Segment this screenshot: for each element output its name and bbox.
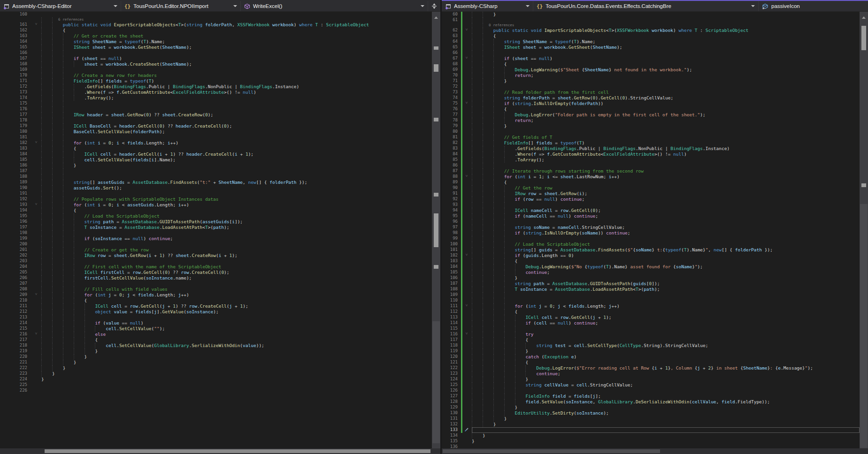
fold-toggle-icon[interactable]: ˅ bbox=[463, 101, 470, 106]
glyph-margin bbox=[463, 140, 470, 146]
code-text: string path = AssetDatabase.GUIDToAssetP… bbox=[472, 281, 860, 286]
fold-toggle-icon[interactable]: ˅ bbox=[33, 22, 39, 28]
line-number: 65 bbox=[442, 45, 461, 50]
fold-toggle-icon[interactable]: ˅ bbox=[463, 174, 470, 180]
code-content: } bbox=[472, 123, 860, 129]
glyph-margin bbox=[463, 377, 470, 382]
code-content: .ToArray(); bbox=[41, 95, 432, 101]
indent-guide bbox=[41, 135, 42, 140]
indent-guide bbox=[504, 225, 505, 230]
change-track-bar bbox=[461, 410, 463, 416]
fold-toggle-icon[interactable]: ˅ bbox=[33, 292, 39, 298]
scrollbar-thumb[interactable] bbox=[45, 449, 430, 453]
code-line: 184ICell cell = header.GetCell(i + 1) ??… bbox=[0, 151, 432, 157]
indent-guide bbox=[52, 56, 53, 61]
line-number: 188 bbox=[0, 174, 30, 180]
code-editor-left[interactable]: 1606 references161˅public static void Ex… bbox=[0, 12, 440, 454]
line-number: 189 bbox=[0, 180, 30, 185]
code-line: 170// Create a new row for headers bbox=[0, 73, 432, 78]
type-dropdown[interactable]: {} TousPourUn.Editor.NPOIImport bbox=[121, 1, 241, 11]
indent-guide bbox=[74, 247, 74, 253]
code-line: 99 bbox=[442, 236, 860, 242]
code-editor-right[interactable]: 60}610 references62˅public static void I… bbox=[442, 12, 868, 454]
scrollbar-thumb[interactable] bbox=[860, 204, 868, 448]
code-content: assetGuids.Sort(); bbox=[41, 185, 432, 191]
indent-guide bbox=[483, 410, 483, 416]
indent-guide bbox=[41, 348, 42, 354]
code-line: 93 bbox=[442, 202, 860, 208]
fold-toggle-icon[interactable]: ˅ bbox=[463, 28, 470, 33]
indent-guide bbox=[493, 236, 494, 242]
indent-guide bbox=[63, 213, 63, 219]
glyph-margin bbox=[463, 343, 470, 348]
member-dropdown[interactable]: ★ passiveIcon bbox=[759, 1, 868, 11]
code-line: 225 bbox=[0, 382, 432, 388]
quick-action-glyph-margin[interactable] bbox=[463, 427, 470, 433]
project-window-icon bbox=[445, 3, 451, 9]
code-content: FieldInfo[] fields = typeof(T) bbox=[41, 78, 432, 84]
scroll-up-arrow-icon[interactable] bbox=[862, 15, 866, 19]
indent-guide bbox=[41, 360, 42, 365]
glyph-margin bbox=[463, 146, 470, 151]
line-number: 85 bbox=[442, 157, 461, 163]
change-track-bar bbox=[461, 287, 463, 292]
type-dropdown[interactable]: {} TousPourUn.Core.Datas.Events.Effects.… bbox=[533, 1, 759, 11]
indent-guide bbox=[483, 123, 483, 129]
fold-toggle-icon[interactable]: ˅ bbox=[463, 303, 470, 309]
horizontal-scrollbar-left[interactable] bbox=[0, 448, 432, 454]
fold-toggle-icon[interactable]: ˅ bbox=[463, 332, 470, 337]
indent-guide bbox=[63, 360, 63, 365]
fold-toggle-icon[interactable]: ˅ bbox=[33, 140, 39, 146]
change-track-bar bbox=[30, 292, 33, 298]
indent-guide bbox=[515, 354, 515, 360]
horizontal-scrollbar-right[interactable] bbox=[442, 448, 860, 454]
change-track-bar bbox=[461, 315, 463, 320]
line-number: 106 bbox=[442, 275, 461, 281]
fold-toggle-icon[interactable]: ˅ bbox=[33, 332, 39, 337]
indent-guide bbox=[504, 208, 505, 213]
indent-guide bbox=[493, 281, 494, 287]
indent-guide bbox=[504, 348, 505, 354]
indent-guide bbox=[483, 33, 483, 39]
project-dropdown[interactable]: Assembly-CSharp-Editor bbox=[0, 1, 121, 11]
indent-guide bbox=[483, 416, 483, 422]
indent-guide bbox=[483, 56, 483, 61]
indent-guide bbox=[472, 208, 472, 213]
indent-guide bbox=[483, 275, 483, 281]
project-dropdown[interactable]: Assembly-CSharp bbox=[442, 1, 533, 11]
scroll-up-arrow-icon[interactable] bbox=[434, 15, 438, 19]
code-line: 181 bbox=[0, 135, 432, 140]
code-line: 224} bbox=[0, 377, 432, 382]
indent-guide bbox=[493, 416, 494, 422]
indent-guide bbox=[52, 230, 53, 236]
indent-guide bbox=[504, 73, 505, 78]
fold-toggle-icon[interactable]: ˅ bbox=[33, 202, 39, 208]
vertical-scrollbar-right[interactable] bbox=[860, 12, 868, 448]
scrollbar-thumb[interactable] bbox=[432, 321, 440, 443]
line-number: 211 bbox=[0, 303, 30, 309]
fold-toggle-icon[interactable]: ˅ bbox=[463, 56, 470, 61]
screwdriver-quick-action-icon[interactable] bbox=[464, 427, 469, 432]
change-track-bar bbox=[30, 230, 33, 236]
glyph-margin bbox=[463, 287, 470, 292]
indent-guide bbox=[52, 219, 53, 225]
indent-guide bbox=[52, 157, 53, 163]
line-number: 71 bbox=[442, 78, 461, 84]
scrollbar-thumb[interactable] bbox=[443, 449, 660, 453]
glyph-margin bbox=[463, 191, 470, 197]
indent-guide bbox=[472, 28, 472, 33]
member-dropdown[interactable]: WriteExcel() bbox=[241, 1, 428, 11]
code-line: 219} bbox=[0, 348, 432, 354]
indent-guide bbox=[483, 28, 483, 33]
fold-toggle-icon[interactable]: ˅ bbox=[463, 253, 470, 258]
code-content bbox=[41, 174, 432, 180]
split-editor-button[interactable] bbox=[428, 1, 440, 11]
indent-guide bbox=[52, 33, 53, 39]
code-content: if (soInstance == null) continue; bbox=[41, 236, 432, 242]
line-number: 135 bbox=[442, 439, 461, 444]
line-number: 218 bbox=[0, 343, 30, 348]
code-content bbox=[472, 219, 860, 225]
indent-guide bbox=[63, 112, 63, 118]
indent-guide bbox=[493, 67, 494, 73]
vertical-scrollbar-left[interactable] bbox=[432, 12, 440, 448]
